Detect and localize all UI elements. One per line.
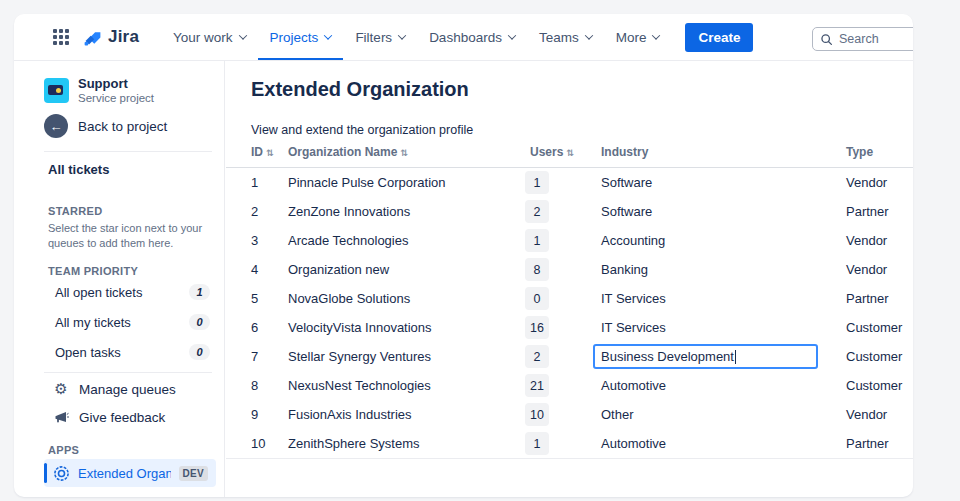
chevron-down-icon xyxy=(584,31,592,39)
nav-item-teams[interactable]: Teams xyxy=(527,14,604,60)
search-input[interactable] xyxy=(839,32,909,46)
cell-id: 8 xyxy=(251,378,288,393)
table-header: ID⇅Organization Name⇅Users⇅IndustryType xyxy=(226,138,913,168)
cell-industry[interactable]: Banking xyxy=(601,262,846,277)
all-tickets-label: All tickets xyxy=(48,162,214,177)
cell-organization-name[interactable]: FusionAxis Industries xyxy=(288,407,530,422)
cell-industry[interactable]: Software xyxy=(601,175,846,190)
cell-users: 1 xyxy=(530,432,601,455)
cell-organization-name[interactable]: ZenithSphere Systems xyxy=(288,436,530,451)
cell-industry[interactable]: Automotive xyxy=(601,436,846,451)
sort-icon: ⇅ xyxy=(266,148,274,158)
cell-type[interactable]: Customer xyxy=(846,349,913,364)
cell-organization-name[interactable]: Organization new xyxy=(288,262,530,277)
cell-users: 16 xyxy=(530,316,601,339)
cell-id: 9 xyxy=(251,407,288,422)
chevron-down-icon xyxy=(238,31,246,39)
cell-organization-name[interactable]: NexusNest Technologies xyxy=(288,378,530,393)
column-header-id[interactable]: ID⇅ xyxy=(251,145,288,159)
table-row: 4Organization new8BankingVendor xyxy=(226,255,913,284)
users-count-badge: 16 xyxy=(525,316,549,339)
table-row: 2ZenZone Innovations2SoftwarePartner xyxy=(226,197,913,226)
cell-users: 21 xyxy=(530,374,601,397)
nav-item-your-work[interactable]: Your work xyxy=(161,14,258,60)
sidebar-item-extended-organization[interactable]: Extended Organiz... DEV xyxy=(44,459,216,487)
column-header-organization-name[interactable]: Organization Name⇅ xyxy=(288,145,530,159)
grid-icon xyxy=(53,29,69,45)
column-header-type: Type xyxy=(846,145,913,159)
cell-organization-name[interactable]: Pinnacle Pulse Corporation xyxy=(288,175,530,190)
queue-item-open-tasks[interactable]: Open tasks0 xyxy=(14,337,224,367)
cell-industry[interactable]: IT Services xyxy=(601,320,846,335)
table-row: 6VelocityVista Innovations16IT ServicesC… xyxy=(226,313,913,342)
cell-type[interactable]: Vendor xyxy=(846,233,913,248)
cell-type[interactable]: Partner xyxy=(846,291,913,306)
cell-type[interactable]: Customer xyxy=(846,378,913,393)
cell-id: 1 xyxy=(251,175,288,190)
manage-queues-button[interactable]: ⚙ Manage queues xyxy=(52,380,214,398)
cell-industry[interactable]: Other xyxy=(601,407,846,422)
users-count-badge: 1 xyxy=(525,432,549,455)
column-header-industry: Industry xyxy=(601,145,846,159)
app-switcher-button[interactable] xyxy=(48,24,74,50)
give-feedback-button[interactable]: Give feedback xyxy=(52,409,214,425)
cell-type[interactable]: Vendor xyxy=(846,262,913,277)
cell-industry[interactable]: Software xyxy=(601,204,846,219)
cell-organization-name[interactable]: Arcade Technologies xyxy=(288,233,530,248)
nav-item-filters[interactable]: Filters xyxy=(343,14,417,60)
column-header-users[interactable]: Users⇅ xyxy=(530,145,601,159)
page-title: Extended Organization xyxy=(251,78,913,101)
users-count-badge: 1 xyxy=(525,171,549,194)
table-row: 3Arcade Technologies1AccountingVendor xyxy=(226,226,913,255)
table-row: 10ZenithSphere Systems1AutomotivePartner xyxy=(226,429,913,458)
nav-menu: Your workProjectsFiltersDashboardsTeamsM… xyxy=(161,14,671,60)
selected-indicator xyxy=(44,463,47,483)
cell-organization-name[interactable]: VelocityVista Innovations xyxy=(288,320,530,335)
nav-item-projects[interactable]: Projects xyxy=(258,14,344,60)
cell-industry[interactable]: Accounting xyxy=(601,233,846,248)
cell-type[interactable]: Vendor xyxy=(846,175,913,190)
cell-users: 10 xyxy=(530,403,601,426)
cell-id: 2 xyxy=(251,204,288,219)
text-caret xyxy=(735,350,736,364)
create-button[interactable]: Create xyxy=(685,23,753,52)
project-type: Service project xyxy=(78,91,154,105)
cell-type[interactable]: Partner xyxy=(846,204,913,219)
cell-users: 1 xyxy=(530,171,601,194)
cell-type[interactable]: Vendor xyxy=(846,407,913,422)
industry-edit-value: Business Development xyxy=(601,349,734,364)
cell-organization-name[interactable]: Stellar Synergy Ventures xyxy=(288,349,530,364)
cell-industry[interactable]: Business Development xyxy=(601,344,846,369)
users-count-badge: 2 xyxy=(525,345,549,368)
cell-type[interactable]: Customer xyxy=(846,320,913,335)
users-count-badge: 1 xyxy=(525,229,549,252)
cell-industry[interactable]: IT Services xyxy=(601,291,846,306)
queue-item-all-open-tickets[interactable]: All open tickets1 xyxy=(14,277,224,307)
jira-logo[interactable]: Jira xyxy=(82,27,139,48)
industry-edit-input[interactable]: Business Development xyxy=(593,344,818,369)
sidebar-divider xyxy=(44,151,212,152)
users-count-badge: 8 xyxy=(525,258,549,281)
cell-organization-name[interactable]: NovaGlobe Solutions xyxy=(288,291,530,306)
queue-label: Open tasks xyxy=(55,345,189,360)
project-name: Support xyxy=(78,76,154,91)
cell-type[interactable]: Partner xyxy=(846,436,913,451)
nav-item-label: Teams xyxy=(539,30,579,45)
project-header[interactable]: Support Service project xyxy=(44,76,214,105)
cell-organization-name[interactable]: ZenZone Innovations xyxy=(288,204,530,219)
cell-users: 0 xyxy=(530,287,601,310)
queue-item-all-my-tickets[interactable]: All my tickets0 xyxy=(14,307,224,337)
queue-list: All open tickets1All my tickets0Open tas… xyxy=(14,277,224,367)
nav-item-label: Filters xyxy=(355,30,392,45)
back-to-project-button[interactable]: ← Back to project xyxy=(44,114,214,138)
nav-item-dashboards[interactable]: Dashboards xyxy=(417,14,527,60)
cell-id: 5 xyxy=(251,291,288,306)
cell-industry[interactable]: Automotive xyxy=(601,378,846,393)
cell-users: 2 xyxy=(530,200,601,223)
search-box[interactable] xyxy=(812,27,913,51)
nav-item-more[interactable]: More xyxy=(604,14,672,60)
users-count-badge: 10 xyxy=(525,403,549,426)
chevron-down-icon xyxy=(324,31,332,39)
megaphone-icon xyxy=(52,409,70,425)
cell-users: 8 xyxy=(530,258,601,281)
